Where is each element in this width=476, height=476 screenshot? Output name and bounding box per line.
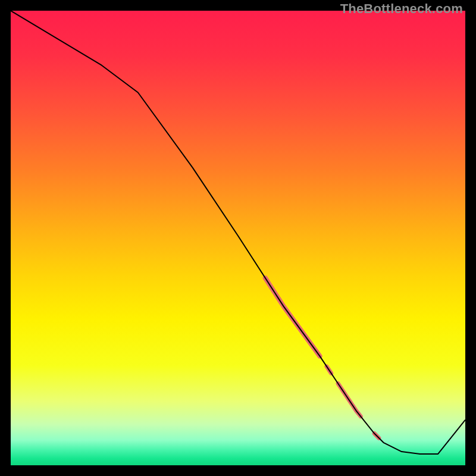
gradient-bg bbox=[11, 11, 465, 465]
bottleneck-plot bbox=[11, 11, 465, 465]
watermark-text: TheBottleneck.com bbox=[340, 1, 463, 17]
